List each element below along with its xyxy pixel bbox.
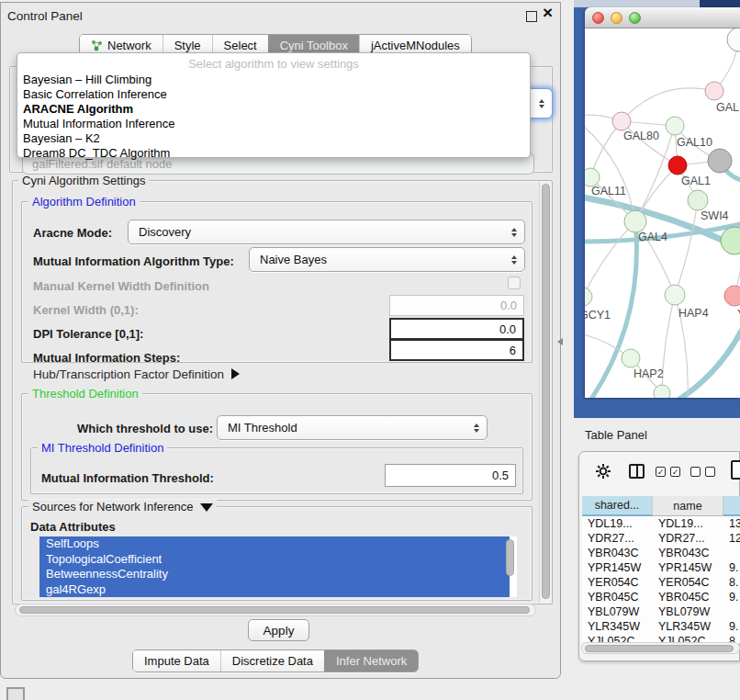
table-cell: YDL19...	[582, 517, 653, 530]
gear-icon[interactable]	[595, 463, 611, 483]
mi-algorithm-type-combo[interactable]: Naive Bayes	[249, 247, 525, 272]
dropdown-item[interactable]: Bayesian – Hill Climbing	[17, 73, 530, 87]
which-threshold-label: Which threshold to use:	[77, 422, 213, 435]
cyni-algorithm-settings-label: Cyni Algorithm Settings	[18, 174, 149, 187]
table-cell: YDR27...	[582, 532, 653, 545]
network-node[interactable]	[654, 385, 670, 398]
mi-algorithm-type-label: Mutual Information Algorithm Type:	[33, 254, 234, 268]
kernel-width-field[interactable]: 0.0	[389, 295, 524, 316]
cyni-mode-tab-bar: Impute Data Discretize Data Infer Networ…	[132, 649, 419, 672]
checkbox-unchecked-icon[interactable]	[690, 467, 701, 477]
table-row[interactable]: YBR043CYBR043C	[582, 546, 740, 560]
network-edge[interactable]	[622, 88, 714, 121]
sources-group-label[interactable]: Sources for Network Inference	[28, 500, 217, 514]
network-node-y[interactable]	[724, 286, 740, 306]
mi-threshold-field[interactable]: 0.5	[385, 464, 516, 487]
network-node-label: HAP2	[633, 367, 664, 380]
network-edge[interactable]	[673, 324, 740, 398]
dropdown-item[interactable]: Bayesian – K2	[17, 131, 530, 146]
list-item-selected[interactable]: BetweennessCentrality	[39, 567, 510, 582]
network-node-hap4[interactable]	[665, 285, 685, 305]
manual-kernel-width-checkbox[interactable]	[508, 277, 521, 289]
network-window-titlebar[interactable]	[585, 7, 740, 28]
tab-impute-data[interactable]: Impute Data	[133, 650, 220, 672]
dropdown-item[interactable]: Mutual Information Inference	[17, 117, 530, 131]
network-node[interactable]	[721, 227, 740, 254]
apply-button[interactable]: Apply	[248, 619, 309, 641]
zoom-traffic-light-icon[interactable]	[629, 12, 641, 24]
checkbox-checked-icon[interactable]: ✓	[670, 467, 680, 477]
settings-horizontal-scrollbar[interactable]	[15, 604, 536, 616]
minimized-panel-grip[interactable]	[6, 687, 25, 700]
network-node-gal1[interactable]	[668, 156, 687, 175]
network-node-gal10[interactable]	[666, 117, 684, 135]
network-node-gcy1[interactable]	[585, 288, 592, 306]
table-row[interactable]: YDR27...YDR27...12	[582, 531, 740, 546]
split-columns-icon[interactable]	[629, 464, 645, 479]
list-item-selected[interactable]: SelfLoops	[39, 536, 510, 552]
table-cell: YLR345W	[582, 620, 653, 633]
network-node-swi4[interactable]	[688, 190, 708, 210]
list-vertical-scrollbar-thumb[interactable]	[506, 539, 514, 576]
table-horizontal-scrollbar[interactable]	[581, 642, 740, 654]
network-edge[interactable]	[675, 200, 698, 295]
checkbox-unchecked-icon[interactable]	[705, 467, 715, 477]
checkbox-checked-icon[interactable]: ✓	[656, 467, 666, 477]
aracne-mode-combo[interactable]: Discovery	[128, 220, 525, 244]
table-horizontal-scrollbar-thumb[interactable]	[585, 645, 734, 652]
combo-spinner-icon	[511, 255, 517, 265]
splitter-handle-icon[interactable]	[557, 338, 563, 345]
network-node-gal[interactable]	[705, 82, 723, 100]
table-row[interactable]: YER054CYER054C8.	[582, 575, 740, 590]
mi-steps-field[interactable]: 6	[389, 339, 524, 361]
table-cell: YBR045C	[582, 591, 653, 604]
algorithm-dropdown-popup: Select algorithm to view settings Bayesi…	[17, 52, 531, 158]
table-row[interactable]: YPR145WYPR145W9.	[582, 560, 740, 575]
table-cell: YDL19...	[653, 517, 723, 530]
dropdown-item[interactable]: Dream8 DC_TDC Algorithm	[17, 146, 530, 161]
settings-vertical-scrollbar-thumb[interactable]	[542, 184, 550, 599]
network-node-gal11[interactable]	[585, 168, 600, 186]
dropdown-item-selected[interactable]: ARACNE Algorithm	[17, 102, 530, 117]
hub-definition-toggle[interactable]: Hub/Transcription Factor Definition	[33, 367, 240, 381]
network-canvas[interactable]: GALGAL80GAL10GAL1GAL11SWI4GAL4GCY1HAP4YH…	[585, 28, 740, 398]
data-attributes-label: Data Attributes	[30, 520, 116, 534]
kernel-width-label: Kernel Width (0,1):	[33, 303, 139, 317]
float-icon[interactable]	[526, 11, 537, 22]
network-edge[interactable]	[585, 221, 635, 297]
which-threshold-combo[interactable]: MI Threshold	[217, 415, 488, 440]
table-cell: YBR045C	[653, 591, 723, 604]
table-row[interactable]: YLR345WYLR345W9.	[582, 619, 740, 634]
list-item-selected[interactable]: TopologicalCoefficient	[39, 552, 510, 568]
network-node[interactable]	[708, 149, 732, 173]
minimize-traffic-light-icon[interactable]	[611, 12, 622, 24]
tab-infer-network[interactable]: Infer Network	[324, 650, 418, 672]
close-traffic-light-icon[interactable]	[592, 12, 604, 24]
table-row[interactable]: YBR045CYBR045C9.	[582, 590, 740, 604]
network-node[interactable]	[727, 28, 740, 51]
close-icon[interactable]: ×	[543, 3, 553, 23]
network-node-hap2[interactable]	[622, 349, 640, 367]
column-header-shared-name[interactable]: shared...	[582, 496, 653, 516]
network-node-gal4[interactable]	[624, 210, 646, 232]
settings-vertical-scrollbar[interactable]	[539, 182, 551, 603]
list-item-selected[interactable]: gal4RGexp	[39, 582, 510, 598]
tab-discretize-data[interactable]: Discretize Data	[220, 650, 324, 672]
table-row[interactable]: YDL19...YDL19...13	[582, 516, 740, 531]
screen: Control Panel × Network Style Select Cyn…	[0, 0, 740, 700]
column-header-name[interactable]: name	[653, 496, 723, 516]
settings-horizontal-scrollbar-thumb[interactable]	[19, 606, 530, 614]
manual-kernel-width-label: Manual Kernel Width Definition	[33, 279, 209, 293]
combo-spinner-icon	[474, 423, 479, 433]
column-header-partial[interactable]	[723, 496, 740, 516]
network-node-gal80[interactable]	[612, 112, 631, 130]
table-row[interactable]: YBL079WYBL079W	[582, 604, 740, 619]
table-cell: YER054C	[582, 576, 653, 589]
network-edge[interactable]	[662, 295, 675, 393]
network-view-window: GALGAL80GAL10GAL1GAL11SWI4GAL4GCY1HAP4YH…	[585, 7, 740, 398]
dropdown-item[interactable]: Basic Correlation Inference	[17, 87, 530, 102]
table-cell: 13	[723, 517, 740, 530]
dpi-tolerance-field[interactable]: 0.0	[389, 318, 524, 340]
network-edge[interactable]	[734, 137, 740, 296]
document-icon[interactable]	[731, 460, 740, 480]
